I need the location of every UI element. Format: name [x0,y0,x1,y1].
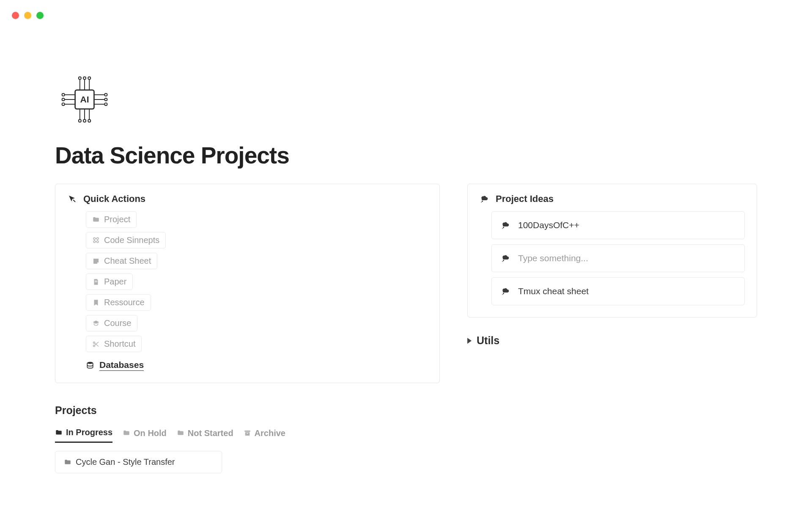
svg-rect-27 [95,282,97,282]
folder-icon [64,458,71,466]
quick-action-label: Ressource [104,298,145,307]
quick-action-shortcut[interactable]: Shortcut [86,336,142,352]
cursor-click-icon [67,194,77,204]
page-icon [92,278,100,286]
folder-icon [55,429,63,436]
project-ideas-panel: Project Ideas 100DaysOfC++ Type somethin… [467,184,757,318]
triangle-right-icon [467,338,472,344]
folder-icon [92,216,100,224]
databases-link[interactable]: Databases [86,360,144,371]
minimize-window-button[interactable] [24,12,31,19]
idea-card-100days[interactable]: 100DaysOfC++ [491,211,745,239]
thought-bubble-icon [501,287,510,296]
svg-point-11 [83,119,86,122]
quick-action-label: Project [104,215,130,224]
svg-rect-26 [95,281,97,281]
svg-point-15 [62,94,65,96]
svg-point-35 [481,202,482,203]
close-window-button[interactable] [12,12,19,19]
svg-point-37 [502,228,503,229]
tab-in-progress[interactable]: In Progress [55,428,112,443]
quick-actions-title: Quick Actions [83,193,145,204]
svg-point-29 [93,345,95,346]
idea-label: Tmux cheat sheet [518,286,589,296]
page-title[interactable]: Data Science Projects [55,142,757,169]
svg-point-38 [503,260,504,261]
quick-action-label: Course [104,318,131,328]
quick-action-label: Code Sinnepts [104,235,159,245]
sticky-note-icon [92,257,100,265]
tab-label: Not Started [188,428,233,438]
projects-section: Projects In Progress On Hold [55,404,440,473]
tab-on-hold[interactable]: On Hold [123,428,167,443]
projects-tabs: In Progress On Hold Not Started [55,428,440,443]
svg-point-13 [88,119,91,122]
page-icon-ai-chip[interactable]: AI [55,70,114,129]
project-ideas-list: 100DaysOfC++ Type something... Tmux chea… [480,211,745,305]
svg-point-23 [104,98,107,101]
tab-label: Archive [255,428,285,438]
quick-actions-list: Project Code Sinnepts Cheat Sheet [67,211,428,371]
svg-point-9 [79,119,81,122]
quick-action-paper[interactable]: Paper [86,273,133,290]
svg-rect-32 [245,432,250,436]
database-icon [86,361,94,370]
svg-point-41 [502,294,503,295]
archive-icon [244,429,251,437]
maximize-window-button[interactable] [36,12,44,19]
tab-not-started[interactable]: Not Started [177,428,233,443]
utils-label: Utils [477,334,499,347]
svg-point-3 [79,77,81,80]
svg-text:AI: AI [80,94,89,104]
idea-placeholder: Type something... [518,253,588,263]
databases-label: Databases [99,360,144,371]
svg-point-39 [502,261,503,262]
graduation-cap-icon [92,320,100,327]
idea-label: 100DaysOfC++ [518,220,579,230]
svg-point-19 [62,103,65,105]
svg-point-5 [83,77,86,80]
idea-card-new[interactable]: Type something... [491,244,745,272]
quick-action-cheat-sheet[interactable]: Cheat Sheet [86,253,157,269]
projects-heading: Projects [55,404,440,417]
svg-point-28 [93,342,95,343]
thought-bubble-icon [501,254,510,263]
svg-point-30 [87,362,93,364]
project-card-cycle-gan[interactable]: Cycle Gan - Style Transfer [55,451,222,473]
svg-point-7 [88,77,91,80]
project-ideas-title: Project Ideas [496,193,554,204]
project-card-label: Cycle Gan - Style Transfer [76,457,175,467]
scissors-icon [92,340,100,348]
svg-point-25 [104,103,107,105]
window-controls [0,0,812,19]
svg-point-21 [104,94,107,96]
tab-label: In Progress [66,428,112,437]
folder-icon [177,429,184,437]
utils-toggle[interactable]: Utils [467,334,757,347]
idea-card-tmux[interactable]: Tmux cheat sheet [491,277,745,305]
bookmark-icon [92,299,100,306]
quick-action-project[interactable]: Project [86,211,137,228]
folder-icon [123,429,130,437]
tab-archive[interactable]: Archive [244,428,285,443]
svg-point-36 [503,227,504,228]
svg-rect-33 [247,433,248,434]
svg-point-17 [62,98,65,101]
command-icon [92,237,100,244]
quick-action-code-snippets[interactable]: Code Sinnepts [86,232,166,248]
svg-point-34 [482,201,483,202]
thought-bubble-icon [480,194,490,204]
quick-action-label: Paper [104,277,126,287]
tab-label: On Hold [134,428,167,438]
quick-actions-panel: Quick Actions Project Code Sinnepts [55,184,440,383]
quick-action-label: Shortcut [104,339,135,349]
svg-rect-31 [244,431,250,432]
svg-point-40 [503,293,504,294]
quick-action-ressource[interactable]: Ressource [86,294,151,311]
quick-action-label: Cheat Sheet [104,256,151,266]
thought-bubble-icon [501,221,510,230]
quick-action-course[interactable]: Course [86,315,137,331]
